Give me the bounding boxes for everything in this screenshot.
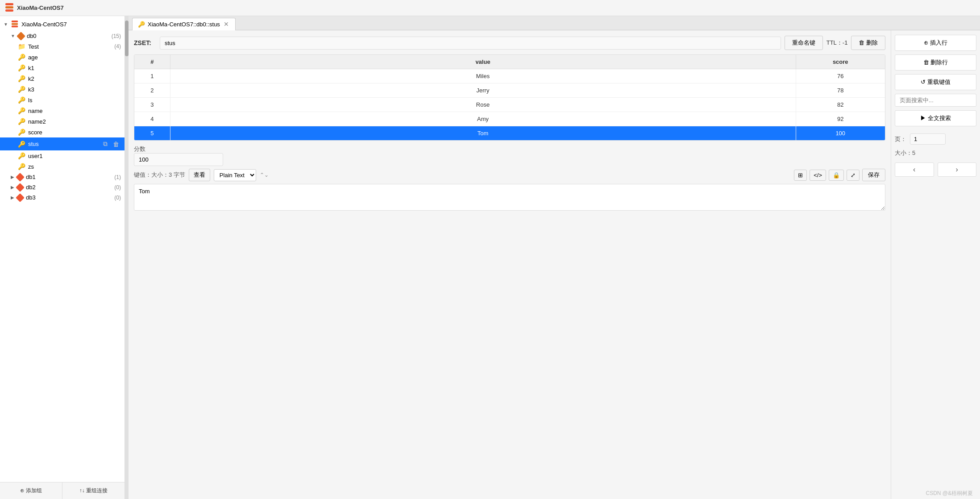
k3-label: k3 [28, 86, 121, 93]
main-layout: ▼ XiaoMa-CentOS7 ▼ db0 (15) 📁 [0, 16, 980, 499]
sidebar-item-ls[interactable]: 🔑 ls [0, 95, 125, 105]
page-row: 页： [895, 133, 976, 145]
save-button[interactable]: 保存 [862, 169, 885, 181]
cell-score: 92 [796, 112, 885, 126]
lock-icon-btn[interactable]: 🔒 [829, 170, 844, 181]
full-search-button[interactable]: ▶ 全文搜索 [895, 110, 976, 126]
k1-label: k1 [28, 65, 121, 71]
age-label: age [28, 54, 121, 61]
key-icon-stus: 🔑 [18, 141, 25, 148]
db3-icon [16, 193, 25, 202]
content-area: ZSET: 重命名键 TTL：-1 🗑 删除 # value [129, 30, 980, 499]
score-field-input[interactable] [134, 153, 223, 166]
db3-label: db3 [26, 194, 112, 201]
nav-row: ‹ › [895, 162, 976, 177]
db2-count: (0) [114, 184, 121, 191]
sidebar-item-test[interactable]: 📁 Test (4) [0, 41, 125, 52]
sidebar-item-score[interactable]: 🔑 score [0, 127, 125, 137]
delete-button[interactable]: 🗑 删除 [851, 36, 885, 50]
next-button[interactable]: › [938, 162, 977, 177]
sidebar-item-k3[interactable]: 🔑 k3 [0, 84, 125, 95]
cell-score: 82 [796, 98, 885, 112]
table-row[interactable]: 3 Rose 82 [134, 98, 885, 112]
view-button[interactable]: 查看 [189, 169, 210, 181]
data-table-container: # value score 1 Miles 76 [134, 54, 885, 141]
search-input[interactable] [895, 94, 976, 107]
tab-stus[interactable]: 🔑 XiaoMa-CentOS7::db0::stus ✕ [132, 18, 236, 30]
db2-icon [16, 183, 25, 192]
db3-arrow: ▶ [11, 195, 14, 200]
scroll-thumb [125, 21, 129, 56]
col-header-num: # [134, 55, 170, 69]
sidebar-scrollbar[interactable] [125, 16, 129, 499]
sidebar: ▼ XiaoMa-CentOS7 ▼ db0 (15) 📁 [0, 16, 125, 499]
sidebar-item-db1[interactable]: ▶ db1 (1) [0, 172, 125, 182]
delete-row-button[interactable]: 🗑 删除行 [895, 54, 976, 71]
cell-score: 76 [796, 69, 885, 83]
sidebar-item-k1[interactable]: 🔑 k1 [0, 62, 125, 73]
stus-copy-btn[interactable]: ⧉ [101, 139, 109, 149]
tab-close-button[interactable]: ✕ [223, 21, 230, 28]
expand-icon-btn[interactable]: ⤢ [847, 170, 860, 181]
table-row[interactable]: 2 Jerry 78 [134, 83, 885, 98]
key-name-input[interactable] [160, 37, 781, 50]
sidebar-item-db2[interactable]: ▶ db2 (0) [0, 182, 125, 192]
sidebar-item-db0[interactable]: ▼ db0 (15) [0, 31, 125, 41]
table-header-row: # value score [134, 55, 885, 69]
stus-delete-btn[interactable]: 🗑 [111, 139, 121, 149]
size-row: 大小：5 [895, 149, 976, 157]
sidebar-connection[interactable]: ▼ XiaoMa-CentOS7 [0, 18, 125, 31]
cell-score: 78 [796, 83, 885, 98]
ls-label: ls [28, 97, 121, 104]
format-select[interactable]: Plain Text JSON HEX [214, 169, 256, 181]
name-label: name [28, 108, 121, 114]
value-label: 键值：大小：3 字节 [134, 171, 185, 179]
key-icon-k3: 🔑 [18, 86, 25, 93]
key-icon-user1: 🔑 [18, 152, 25, 159]
prev-button[interactable]: ‹ [895, 162, 934, 177]
sidebar-item-user1[interactable]: 🔑 user1 [0, 150, 125, 161]
db0-count: (15) [112, 33, 121, 39]
table-row-selected[interactable]: 5 Tom 100 [134, 126, 885, 141]
sidebar-item-db3[interactable]: ▶ db3 (0) [0, 192, 125, 203]
sidebar-footer: ⊕ 添加组 ↑↓ 重组连接 [0, 482, 125, 499]
connection-label: XiaoMa-CentOS7 [21, 21, 121, 28]
cell-num: 3 [134, 98, 170, 112]
data-table: # value score 1 Miles 76 [134, 55, 885, 140]
rename-button[interactable]: 重命名键 [785, 36, 823, 50]
key-icon-zs: 🔑 [18, 163, 25, 170]
db1-arrow: ▶ [11, 175, 14, 179]
cell-num: 2 [134, 83, 170, 98]
key-icon-name: 🔑 [18, 107, 25, 114]
key-icon-name2: 🔑 [18, 118, 25, 125]
test-count: (4) [114, 43, 121, 50]
sidebar-item-age[interactable]: 🔑 age [0, 52, 125, 62]
table-row[interactable]: 4 Amy 92 [134, 112, 885, 126]
page-input[interactable] [910, 133, 946, 145]
insert-row-button[interactable]: ⊕ 插入行 [895, 35, 976, 51]
reconnect-button[interactable]: ↑↓ 重组连接 [62, 482, 125, 499]
sidebar-item-zs[interactable]: 🔑 zs [0, 161, 125, 172]
db0-label: db0 [27, 33, 109, 39]
title-bar: XiaoMa-CentOS7 [0, 0, 980, 16]
zs-label: zs [28, 163, 121, 170]
sidebar-item-name2[interactable]: 🔑 name2 [0, 116, 125, 127]
sidebar-content: ▼ XiaoMa-CentOS7 ▼ db0 (15) 📁 [0, 16, 125, 482]
sidebar-item-stus[interactable]: 🔑 stus ⧉ 🗑 [0, 137, 125, 150]
sidebar-item-k2[interactable]: 🔑 k2 [0, 73, 125, 84]
sidebar-item-name[interactable]: 🔑 name [0, 105, 125, 116]
db1-icon [16, 173, 25, 182]
value-header: 键值：大小：3 字节 查看 Plain Text JSON HEX ⌃⌄ ⊞ <… [134, 169, 885, 181]
page-label: 页： [895, 135, 906, 143]
cell-value: Tom [170, 126, 796, 141]
value-textarea[interactable]: Tom [134, 184, 885, 211]
reload-button[interactable]: ↺ 重载键值 [895, 74, 976, 90]
db0-arrow: ▼ [11, 33, 15, 38]
table-row[interactable]: 1 Miles 76 [134, 69, 885, 83]
code-icon-btn[interactable]: </> [810, 170, 826, 181]
grid-icon-btn[interactable]: ⊞ [794, 170, 807, 181]
add-group-button[interactable]: ⊕ 添加组 [0, 482, 62, 499]
main-content: ZSET: 重命名键 TTL：-1 🗑 删除 # value [129, 30, 891, 499]
watermark: CSDN @&梧桐树夏 [926, 490, 973, 497]
value-actions: ⊞ </> 🔒 ⤢ 保存 [794, 169, 885, 181]
